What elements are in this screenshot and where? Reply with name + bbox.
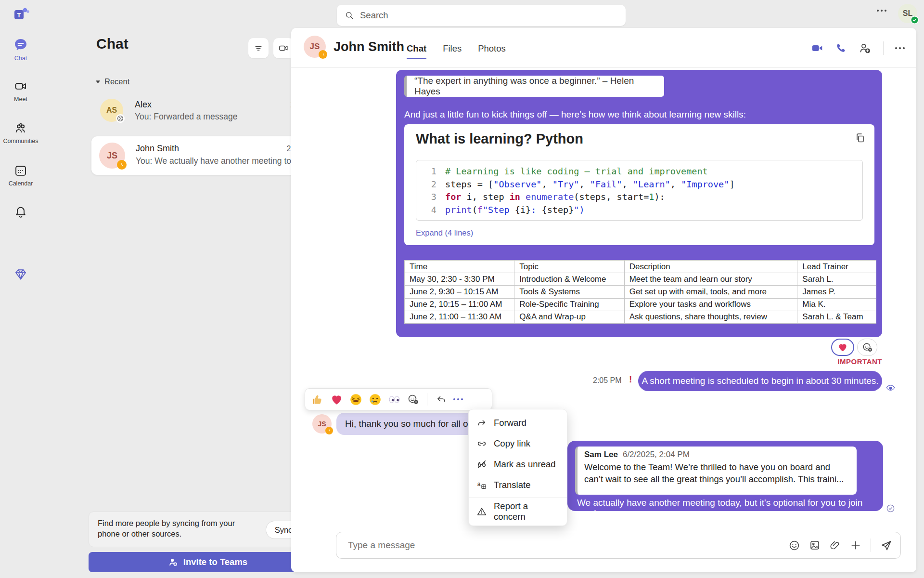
sidebar-item-premium[interactable] [0, 267, 41, 281]
laugh-reaction[interactable] [349, 393, 362, 406]
copy-button[interactable] [854, 132, 866, 144]
chat-bubble-icon [13, 38, 28, 52]
message-context-menu: Forward Copy link Mark as unread a Trans… [468, 409, 567, 526]
eyes-reaction[interactable] [388, 393, 401, 406]
table-cell: Q&A and Wrap-up [514, 311, 624, 323]
table-row: June 2, 9:30 – 10:15 AMTools & SystemsGe… [405, 286, 876, 298]
svg-text:T: T [17, 12, 21, 19]
table-cell: James P. [797, 286, 876, 298]
status-offline-icon [116, 114, 125, 123]
cry-reaction[interactable] [369, 393, 382, 406]
reply-button[interactable] [436, 394, 447, 405]
menu-item-report[interactable]: Report a concern [469, 500, 567, 523]
avatar-initials: JS [318, 420, 326, 428]
chat-preview: You: Forwarded a message [135, 112, 279, 122]
table-header-cell: Lead Trainer [797, 261, 876, 273]
meet-now-button[interactable] [273, 38, 294, 58]
add-reaction-icon [407, 394, 419, 405]
message-composer[interactable] [336, 532, 901, 559]
message-input[interactable] [348, 540, 788, 551]
table-header-row: TimeTopicDescriptionLead Trainer [405, 261, 876, 273]
sidebar-item-label: Chat [14, 55, 27, 62]
heart-reaction-pill[interactable] [831, 339, 854, 356]
menu-item-label: Copy link [494, 438, 530, 449]
code-snippet-card: What is learning? Python 1# Learning is … [404, 124, 874, 245]
message-more-button[interactable] [453, 398, 463, 400]
code-line: 1# Learning is like coding — trial and i… [416, 165, 862, 178]
recent-section-toggle[interactable]: Recent [95, 77, 129, 86]
sidebar-item-activity[interactable] [0, 205, 41, 222]
sidebar-item-communities[interactable]: Communities [0, 121, 41, 144]
avatar-initials: AS [106, 106, 117, 115]
warning-icon [476, 506, 487, 517]
add-reaction-button[interactable] [407, 394, 419, 405]
divider [291, 67, 916, 68]
global-search[interactable] [337, 5, 626, 26]
menu-item-mark-unread[interactable]: Mark as unread [469, 454, 567, 474]
seen-indicator-icon [886, 384, 895, 391]
thumbs-up-reaction[interactable] [311, 393, 324, 406]
sidebar-item-label: Communities [3, 138, 38, 144]
tab-files[interactable]: Files [443, 43, 462, 59]
quoted-timestamp: 6/2/2025, 2:04 PM [623, 450, 690, 460]
sidebar-item-calendar[interactable]: Calendar [0, 164, 41, 187]
chat-name: John Smith [136, 144, 179, 154]
crying-face-icon [369, 393, 382, 406]
video-call-button[interactable] [811, 42, 823, 54]
sidebar-item-meet[interactable]: Meet [0, 79, 41, 103]
tab-chat[interactable]: Chat [407, 43, 426, 59]
conversation-avatar[interactable]: JS [304, 36, 326, 58]
sent-indicator-icon [886, 504, 895, 513]
teams-logo-icon[interactable]: T [13, 6, 30, 23]
quoted-message-card[interactable]: Sam Lee 6/2/2025, 2:04 PM Welcome to the… [575, 447, 857, 495]
conversation-title: John Smith [334, 39, 404, 54]
table-cell: Meet the team and learn our story [624, 273, 797, 286]
sent-message-card: “The expert in anything was once a begin… [396, 70, 882, 337]
more-attachments-button[interactable] [849, 539, 862, 552]
add-reaction-pill[interactable] [857, 339, 877, 356]
table-row: May 30, 2:30 - 3:30 PMIntroduction & Wel… [405, 273, 876, 286]
attach-file-button[interactable] [829, 539, 841, 551]
table-cell: Sarah L. & Team [797, 311, 876, 323]
send-icon [880, 539, 893, 552]
paperclip-icon [829, 539, 841, 551]
video-camera-icon [811, 42, 823, 54]
tab-photos[interactable]: Photos [478, 43, 506, 59]
menu-item-translate[interactable]: a Translate [469, 474, 567, 495]
menu-item-forward[interactable]: Forward [469, 412, 567, 433]
heart-reaction[interactable] [330, 393, 343, 406]
message-text: A short meeting is scheduled to begin in… [642, 376, 878, 386]
more-options-button[interactable] [877, 10, 886, 12]
add-people-button[interactable] [858, 41, 872, 55]
emoji-button[interactable] [788, 539, 800, 552]
video-camera-icon [14, 79, 27, 93]
menu-item-copy-link[interactable]: Copy link [469, 433, 567, 454]
sidebar-item-label: Meet [14, 96, 27, 103]
attach-image-button[interactable] [809, 539, 821, 551]
app-rail: T Chat Meet Communities Calendar [0, 0, 41, 578]
table-cell: Tools & Systems [514, 286, 624, 298]
send-button[interactable] [880, 539, 893, 552]
chat-list-item-john-smith[interactable]: JS John Smith 2:12 PM You: We actually h… [91, 136, 323, 175]
divider [469, 498, 567, 498]
add-reaction-icon [862, 342, 873, 353]
profile-avatar[interactable]: SL [898, 4, 917, 23]
expand-code-link[interactable]: Expand (4 lines) [416, 228, 473, 237]
conversation-more-button[interactable] [895, 47, 905, 49]
filter-icon [254, 43, 263, 53]
divider [883, 41, 884, 55]
table-cell: May 30, 2:30 - 3:30 PM [405, 273, 514, 286]
menu-item-label: Report a concern [494, 501, 559, 522]
search-input[interactable] [360, 10, 618, 21]
table-cell: Ask questions, share thoughts, review [624, 311, 797, 323]
quoted-text: Welcome to the Team! We’re thrilled to h… [584, 461, 850, 485]
page-title: Chat [96, 36, 128, 52]
important-mark: ! [629, 374, 632, 385]
conversation-tabs: Chat Files Photos [407, 43, 506, 59]
divider [871, 539, 871, 552]
sidebar-item-chat[interactable]: Chat [0, 38, 41, 62]
audio-call-button[interactable] [835, 42, 847, 54]
table-cell: Mia K. [797, 298, 876, 311]
filter-button[interactable] [248, 38, 269, 58]
chat-list-item-alex[interactable]: AS Alex 2:14 PM You: Forwarded a message [91, 98, 323, 133]
